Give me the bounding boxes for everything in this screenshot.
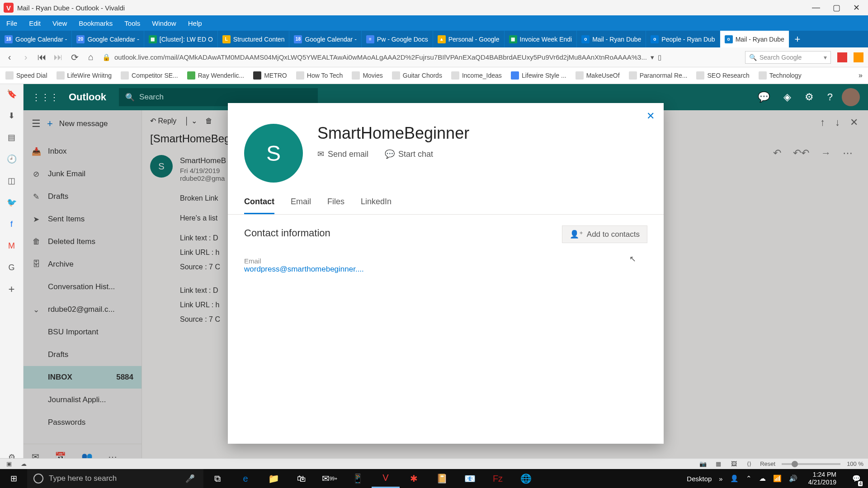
- menu-help[interactable]: Help: [188, 19, 202, 27]
- tab-9[interactable]: oPeople - Ryan Dub: [646, 31, 720, 47]
- bm-5[interactable]: How To Tech: [296, 71, 343, 80]
- settings-icon[interactable]: ⚙: [805, 91, 814, 103]
- folder-passwords[interactable]: Passwords: [24, 411, 142, 434]
- hamburger-icon[interactable]: ☰: [32, 118, 41, 130]
- tray-overflow-icon[interactable]: »: [719, 475, 722, 483]
- menu-window[interactable]: Window: [152, 19, 176, 27]
- tab-2[interactable]: ▦[Cluster]: LW ED O: [144, 31, 218, 47]
- home-button[interactable]: ⌂: [86, 52, 96, 62]
- edge-icon[interactable]: e: [231, 469, 259, 488]
- bm-3[interactable]: Ray Wenderlic...: [187, 71, 244, 80]
- app-icon-1[interactable]: ✱: [400, 469, 428, 488]
- card-close-button[interactable]: ✕: [646, 110, 655, 122]
- image-icon[interactable]: 🖼: [729, 460, 738, 468]
- tab-contact[interactable]: Contact: [244, 197, 274, 214]
- window-panel-icon[interactable]: ◫: [6, 175, 17, 186]
- downloads-panel-icon[interactable]: ⬇: [6, 110, 17, 121]
- ffwd-button[interactable]: ⏭: [53, 52, 63, 62]
- menu-file[interactable]: File: [6, 19, 17, 27]
- gmail-panel-icon[interactable]: M: [6, 240, 17, 251]
- reader-icon[interactable]: ▯: [658, 53, 661, 61]
- reply-all-icon[interactable]: ↶↶: [793, 147, 809, 159]
- close-button[interactable]: ✕: [853, 3, 860, 13]
- capture-icon[interactable]: 📷: [698, 460, 708, 468]
- store-icon[interactable]: 🛍: [288, 469, 316, 488]
- user-avatar[interactable]: [842, 88, 860, 106]
- mic-icon[interactable]: 🎤: [185, 474, 197, 483]
- people-icon[interactable]: 👤: [730, 474, 739, 483]
- reply-icon[interactable]: ↶: [773, 147, 781, 159]
- folder-inbox[interactable]: 📥Inbox: [24, 140, 142, 163]
- start-button[interactable]: ⊞: [0, 469, 27, 488]
- phone-icon[interactable]: 📱: [344, 469, 372, 488]
- new-tab-button[interactable]: +: [789, 31, 806, 47]
- bm-0[interactable]: Speed Dial: [5, 71, 47, 80]
- url-dropdown-icon[interactable]: ▾: [651, 53, 654, 61]
- explorer-icon[interactable]: 📁: [259, 469, 288, 488]
- taskbar-search[interactable]: Type here to search 🎤: [27, 469, 203, 488]
- folder-sent[interactable]: ➤Sent Items: [24, 208, 142, 230]
- search-dropdown-icon[interactable]: ▾: [824, 54, 827, 61]
- chrome-icon[interactable]: 🌐: [512, 469, 540, 488]
- bm-10[interactable]: MakeUseOf: [576, 71, 620, 80]
- ext-icon-1[interactable]: [837, 52, 847, 62]
- tab-files[interactable]: Files: [327, 197, 344, 214]
- bm-1[interactable]: LifeWire Wriitng: [57, 71, 112, 80]
- close-msg-icon[interactable]: ✕: [850, 117, 858, 128]
- bm-6[interactable]: Movies: [352, 71, 382, 80]
- bookmarks-panel-icon[interactable]: 🔖: [6, 89, 17, 99]
- bm-12[interactable]: SEO Research: [696, 71, 749, 80]
- tab-5[interactable]: ≡Pw - Google Docs: [362, 31, 433, 47]
- bm-2[interactable]: Competitor SE...: [121, 71, 178, 80]
- folder-journalist[interactable]: Journalist Appli...: [24, 389, 142, 411]
- folder-bsu[interactable]: BSU Important: [24, 321, 142, 343]
- filezilla-icon[interactable]: Fz: [484, 469, 512, 488]
- email-value[interactable]: wordpress@smarthomebeginner....: [244, 265, 647, 274]
- address-box[interactable]: 🔒 outlook.live.com/mail/AQMkADAwATM0MDAA…: [102, 53, 739, 61]
- app-launcher-icon[interactable]: ⋮⋮⋮: [32, 92, 59, 103]
- menu-view[interactable]: View: [52, 19, 67, 27]
- desktop-label[interactable]: Desktop: [687, 475, 712, 483]
- tab-8[interactable]: oMail - Ryan Dube: [577, 31, 646, 47]
- zoom-slider[interactable]: [782, 463, 840, 465]
- more-actions-icon[interactable]: ⋯: [843, 147, 853, 159]
- ext-icon-2[interactable]: [854, 52, 863, 62]
- new-message-button[interactable]: ☰ + New message: [24, 110, 142, 137]
- help-icon[interactable]: ?: [827, 91, 833, 103]
- tab-3[interactable]: LStructured Conten: [218, 31, 290, 47]
- forward-button[interactable]: ›: [21, 52, 31, 62]
- folder-drafts2[interactable]: Drafts: [24, 343, 142, 366]
- vivaldi-taskbar-icon[interactable]: V: [372, 469, 400, 488]
- reply-button[interactable]: ↶ Reply: [150, 117, 176, 125]
- start-chat-button[interactable]: 💬 Start chat: [385, 149, 433, 159]
- clock[interactable]: 1:24 PM 4/21/2019: [805, 471, 840, 487]
- tab-1[interactable]: 20Google Calendar -: [72, 31, 144, 47]
- tile-icon[interactable]: ▦: [714, 460, 723, 468]
- maximize-button[interactable]: ▢: [833, 3, 840, 13]
- sender-avatar[interactable]: S: [150, 155, 173, 178]
- delete-button[interactable]: 🗑: [205, 117, 212, 125]
- tab-6[interactable]: ▲Personal - Google: [433, 31, 505, 47]
- devtools-icon[interactable]: ⟨⟩: [745, 460, 754, 468]
- volume-icon[interactable]: 🔊: [789, 474, 797, 483]
- tab-10[interactable]: oMail - Ryan Dube: [720, 31, 789, 47]
- search-box[interactable]: 🔍 Search Google ▾: [745, 51, 831, 64]
- wifi-icon[interactable]: 📶: [773, 474, 782, 483]
- premium-icon[interactable]: ◈: [783, 91, 791, 103]
- add-to-contacts-button[interactable]: 👤⁺ Add to contacts ↖: [562, 225, 647, 243]
- rewind-button[interactable]: ⏮: [37, 52, 47, 62]
- skype-icon[interactable]: 💬: [758, 91, 770, 103]
- onedrive-icon[interactable]: ☁: [759, 474, 766, 483]
- prev-msg-icon[interactable]: ↑: [820, 117, 825, 128]
- bm-9[interactable]: Lifewire Style ...: [511, 71, 566, 80]
- twitter-panel-icon[interactable]: 🐦: [6, 197, 17, 208]
- bm-4[interactable]: METRO: [253, 71, 287, 80]
- add-panel-button[interactable]: +: [6, 284, 17, 295]
- tab-7[interactable]: ▦Invoice Week Endi: [505, 31, 577, 47]
- minimize-button[interactable]: —: [812, 3, 820, 13]
- google-panel-icon[interactable]: G: [6, 262, 17, 273]
- folder-gmail[interactable]: ⌄rdube02@gmail.c...: [24, 298, 142, 321]
- history-panel-icon[interactable]: 🕘: [6, 154, 17, 164]
- tray-chevron-icon[interactable]: ⌃: [746, 474, 752, 483]
- bm-8[interactable]: Income_Ideas: [451, 71, 502, 80]
